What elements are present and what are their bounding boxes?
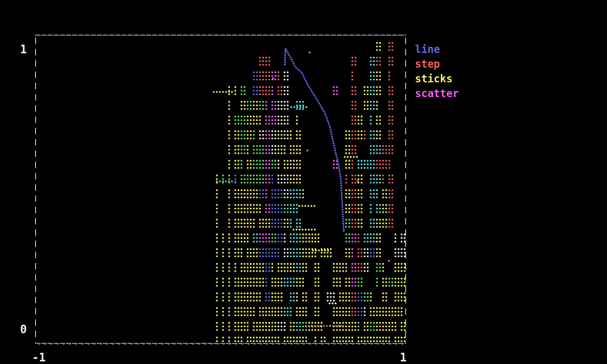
x-axis-tick-right: 1 — [388, 350, 407, 364]
terminal-plot: 1 0 -1 1 linestepsticksscatter — [0, 0, 607, 364]
legend-item-scatter: scatter — [415, 86, 459, 101]
legend-item-line: line — [415, 42, 459, 57]
legend-item-sticks: sticks — [415, 72, 459, 86]
legend: linestepsticksscatter — [415, 42, 459, 101]
y-axis-tick-bottom: 0 — [12, 322, 27, 337]
y-axis-tick-top: 1 — [12, 42, 27, 57]
x-axis-tick-left: -1 — [32, 350, 58, 364]
legend-item-step: step — [415, 57, 459, 72]
plot-canvas — [0, 0, 607, 364]
